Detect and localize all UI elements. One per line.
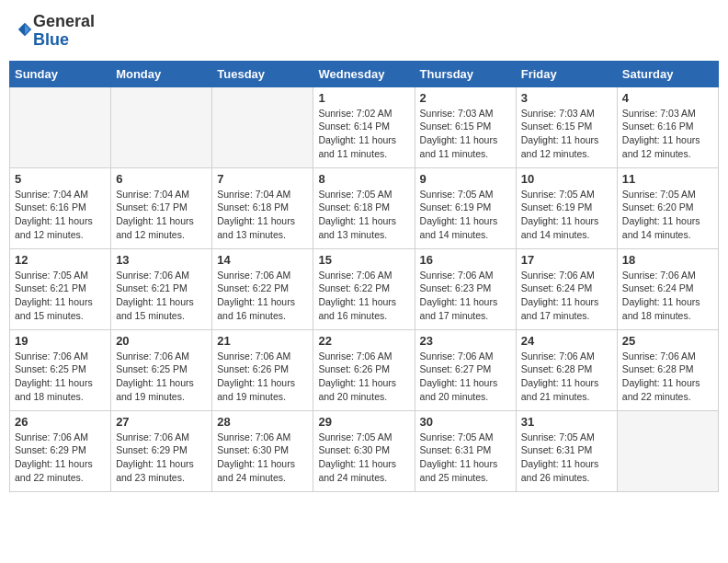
calendar-cell: 2Sunrise: 7:03 AMSunset: 6:15 PMDaylight…: [415, 86, 516, 167]
calendar-cell: 22Sunrise: 7:06 AMSunset: 6:26 PMDayligh…: [313, 329, 415, 410]
calendar-cell: 24Sunrise: 7:06 AMSunset: 6:28 PMDayligh…: [516, 329, 617, 410]
calendar-cell: 25Sunrise: 7:06 AMSunset: 6:28 PMDayligh…: [617, 329, 718, 410]
weekday-header-thursday: Thursday: [415, 61, 516, 86]
day-number: 1: [318, 91, 409, 105]
calendar-cell: 19Sunrise: 7:06 AMSunset: 6:25 PMDayligh…: [10, 329, 111, 410]
day-info: Sunrise: 7:05 AMSunset: 6:31 PMDaylight:…: [521, 431, 612, 485]
day-info: Sunrise: 7:04 AMSunset: 6:16 PMDaylight:…: [15, 188, 106, 242]
calendar-week-row: 1Sunrise: 7:02 AMSunset: 6:14 PMDaylight…: [10, 86, 719, 167]
day-info: Sunrise: 7:05 AMSunset: 6:20 PMDaylight:…: [622, 188, 713, 242]
day-info: Sunrise: 7:06 AMSunset: 6:22 PMDaylight:…: [217, 269, 308, 323]
logo-icon: [17, 21, 33, 38]
day-number: 26: [15, 415, 106, 429]
logo-general: General: [33, 12, 95, 30]
calendar-cell: 5Sunrise: 7:04 AMSunset: 6:16 PMDaylight…: [10, 167, 111, 248]
day-number: 16: [420, 253, 511, 267]
calendar-cell: 8Sunrise: 7:05 AMSunset: 6:18 PMDaylight…: [313, 167, 415, 248]
day-info: Sunrise: 7:05 AMSunset: 6:30 PMDaylight:…: [318, 431, 409, 485]
calendar-cell: 13Sunrise: 7:06 AMSunset: 6:21 PMDayligh…: [111, 248, 212, 329]
calendar-cell: 30Sunrise: 7:05 AMSunset: 6:31 PMDayligh…: [415, 410, 516, 491]
day-info: Sunrise: 7:06 AMSunset: 6:26 PMDaylight:…: [217, 350, 308, 404]
day-info: Sunrise: 7:04 AMSunset: 6:17 PMDaylight:…: [116, 188, 207, 242]
day-number: 12: [15, 253, 106, 267]
calendar-cell: 27Sunrise: 7:06 AMSunset: 6:29 PMDayligh…: [111, 410, 212, 491]
day-info: Sunrise: 7:05 AMSunset: 6:21 PMDaylight:…: [15, 269, 106, 323]
day-info: Sunrise: 7:06 AMSunset: 6:30 PMDaylight:…: [217, 431, 308, 485]
calendar-week-row: 26Sunrise: 7:06 AMSunset: 6:29 PMDayligh…: [10, 410, 719, 491]
day-info: Sunrise: 7:05 AMSunset: 6:19 PMDaylight:…: [420, 188, 511, 242]
calendar-cell: 14Sunrise: 7:06 AMSunset: 6:22 PMDayligh…: [212, 248, 313, 329]
calendar-cell: 11Sunrise: 7:05 AMSunset: 6:20 PMDayligh…: [617, 167, 718, 248]
calendar-cell: 31Sunrise: 7:05 AMSunset: 6:31 PMDayligh…: [516, 410, 617, 491]
calendar-cell: 10Sunrise: 7:05 AMSunset: 6:19 PMDayligh…: [516, 167, 617, 248]
calendar-cell: 21Sunrise: 7:06 AMSunset: 6:26 PMDayligh…: [212, 329, 313, 410]
calendar-cell: 16Sunrise: 7:06 AMSunset: 6:23 PMDayligh…: [415, 248, 516, 329]
calendar-cell: 1Sunrise: 7:02 AMSunset: 6:14 PMDaylight…: [313, 86, 415, 167]
day-info: Sunrise: 7:06 AMSunset: 6:24 PMDaylight:…: [622, 269, 713, 323]
day-number: 29: [318, 415, 409, 429]
day-number: 20: [116, 334, 207, 348]
weekday-header-monday: Monday: [111, 61, 212, 86]
calendar-cell: 9Sunrise: 7:05 AMSunset: 6:19 PMDaylight…: [415, 167, 516, 248]
day-info: Sunrise: 7:06 AMSunset: 6:28 PMDaylight:…: [622, 350, 713, 404]
calendar-cell: 28Sunrise: 7:06 AMSunset: 6:30 PMDayligh…: [212, 410, 313, 491]
weekday-header-tuesday: Tuesday: [212, 61, 313, 86]
day-number: 11: [622, 172, 713, 186]
day-number: 27: [116, 415, 207, 429]
weekday-header-row: SundayMondayTuesdayWednesdayThursdayFrid…: [10, 61, 719, 86]
day-number: 22: [318, 334, 409, 348]
day-number: 6: [116, 172, 207, 186]
day-number: 19: [15, 334, 106, 348]
day-info: Sunrise: 7:06 AMSunset: 6:25 PMDaylight:…: [15, 350, 106, 404]
day-number: 31: [521, 415, 612, 429]
day-number: 28: [217, 415, 308, 429]
day-number: 9: [420, 172, 511, 186]
calendar-week-row: 12Sunrise: 7:05 AMSunset: 6:21 PMDayligh…: [10, 248, 719, 329]
day-number: 15: [318, 253, 409, 267]
calendar-week-row: 5Sunrise: 7:04 AMSunset: 6:16 PMDaylight…: [10, 167, 719, 248]
weekday-header-saturday: Saturday: [617, 61, 718, 86]
day-info: Sunrise: 7:06 AMSunset: 6:24 PMDaylight:…: [521, 269, 612, 323]
calendar-cell: 18Sunrise: 7:06 AMSunset: 6:24 PMDayligh…: [617, 248, 718, 329]
day-info: Sunrise: 7:06 AMSunset: 6:23 PMDaylight:…: [420, 269, 511, 323]
day-info: Sunrise: 7:03 AMSunset: 6:15 PMDaylight:…: [420, 107, 511, 161]
calendar-cell: [212, 86, 313, 167]
day-number: 18: [622, 253, 713, 267]
calendar-cell: 4Sunrise: 7:03 AMSunset: 6:16 PMDaylight…: [617, 86, 718, 167]
calendar-cell: 23Sunrise: 7:06 AMSunset: 6:27 PMDayligh…: [415, 329, 516, 410]
day-info: Sunrise: 7:04 AMSunset: 6:18 PMDaylight:…: [217, 188, 308, 242]
logo-blue: Blue: [33, 30, 69, 49]
logo: General Blue: [15, 13, 95, 50]
calendar-cell: [10, 86, 111, 167]
calendar-cell: [617, 410, 718, 491]
day-info: Sunrise: 7:05 AMSunset: 6:19 PMDaylight:…: [521, 188, 612, 242]
day-info: Sunrise: 7:06 AMSunset: 6:29 PMDaylight:…: [116, 431, 207, 485]
calendar-cell: 12Sunrise: 7:05 AMSunset: 6:21 PMDayligh…: [10, 248, 111, 329]
day-info: Sunrise: 7:03 AMSunset: 6:15 PMDaylight:…: [521, 107, 612, 161]
day-number: 25: [622, 334, 713, 348]
weekday-header-wednesday: Wednesday: [313, 61, 415, 86]
calendar-week-row: 19Sunrise: 7:06 AMSunset: 6:25 PMDayligh…: [10, 329, 719, 410]
day-info: Sunrise: 7:05 AMSunset: 6:31 PMDaylight:…: [420, 431, 511, 485]
calendar-cell: 6Sunrise: 7:04 AMSunset: 6:17 PMDaylight…: [111, 167, 212, 248]
day-number: 24: [521, 334, 612, 348]
day-info: Sunrise: 7:06 AMSunset: 6:25 PMDaylight:…: [116, 350, 207, 404]
calendar-cell: 15Sunrise: 7:06 AMSunset: 6:22 PMDayligh…: [313, 248, 415, 329]
calendar-table: SundayMondayTuesdayWednesdayThursdayFrid…: [9, 61, 719, 492]
day-info: Sunrise: 7:05 AMSunset: 6:18 PMDaylight:…: [318, 188, 409, 242]
day-number: 2: [420, 91, 511, 105]
day-number: 30: [420, 415, 511, 429]
day-info: Sunrise: 7:02 AMSunset: 6:14 PMDaylight:…: [318, 107, 409, 161]
day-number: 8: [318, 172, 409, 186]
day-info: Sunrise: 7:06 AMSunset: 6:21 PMDaylight:…: [116, 269, 207, 323]
day-number: 7: [217, 172, 308, 186]
day-number: 21: [217, 334, 308, 348]
day-info: Sunrise: 7:06 AMSunset: 6:29 PMDaylight:…: [15, 431, 106, 485]
day-info: Sunrise: 7:03 AMSunset: 6:16 PMDaylight:…: [622, 107, 713, 161]
day-number: 3: [521, 91, 612, 105]
day-info: Sunrise: 7:06 AMSunset: 6:28 PMDaylight:…: [521, 350, 612, 404]
calendar-cell: 7Sunrise: 7:04 AMSunset: 6:18 PMDaylight…: [212, 167, 313, 248]
calendar-cell: [111, 86, 212, 167]
day-number: 17: [521, 253, 612, 267]
logo-text: General Blue: [33, 13, 95, 50]
